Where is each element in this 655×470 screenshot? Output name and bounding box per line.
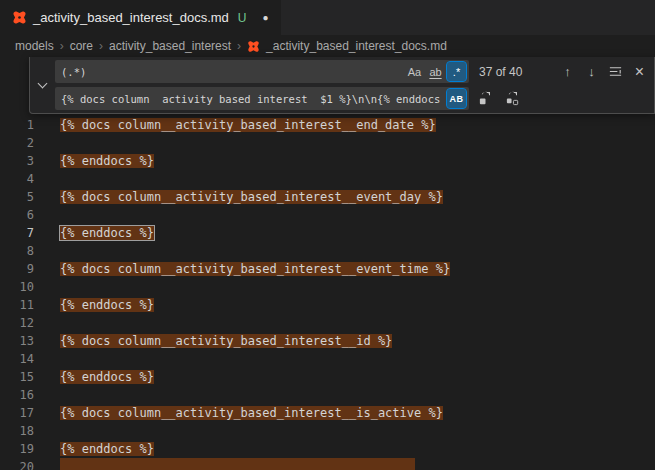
editor-line[interactable]: 9 {% docs column__activity_based_interes…	[0, 260, 655, 278]
breadcrumb-file[interactable]: _activity_based_interest_docs.md	[266, 39, 447, 53]
line-text: {% enddocs %}	[60, 442, 154, 456]
line-number[interactable]: 20	[0, 458, 34, 470]
line-content[interactable]: {% enddocs %}	[60, 368, 154, 386]
partial-match-highlight	[60, 458, 415, 470]
editor-line[interactable]: 12	[0, 314, 655, 332]
vscode-window: _activity_based_interest_docs.md U ● mod…	[0, 0, 655, 470]
editor-line[interactable]: 2	[0, 134, 655, 152]
replace-all-icon	[505, 91, 520, 106]
line-number[interactable]: 19	[0, 440, 34, 458]
line-text: {% docs column__activity_based_interest_…	[60, 190, 443, 204]
line-number[interactable]: 6	[0, 206, 34, 224]
breadcrumb-item-activity-based-interest[interactable]: activity_based_interest	[109, 39, 231, 53]
line-content[interactable]: {% docs column__activity_based_interest_…	[60, 332, 392, 350]
breadcrumb: models › core › activity_based_interest …	[0, 35, 655, 57]
dbt-file-icon	[12, 10, 27, 25]
editor-line[interactable]: 7 {% enddocs %}	[0, 224, 655, 242]
editor-line[interactable]: 19 {% enddocs %}	[0, 440, 655, 458]
preserve-case-button[interactable]: AB	[447, 89, 466, 108]
previous-match-button[interactable]: ↑	[557, 61, 578, 82]
line-number[interactable]: 1	[0, 116, 34, 134]
replace-value: {% docs column__activity_based_interest_…	[61, 93, 447, 105]
find-row: (.*) Aa ab .* 37 of 40 ↑ ↓	[55, 60, 650, 83]
line-number[interactable]: 12	[0, 314, 34, 332]
line-number[interactable]: 9	[0, 260, 34, 278]
find-input[interactable]: (.*) Aa ab .*	[55, 60, 469, 83]
line-content[interactable]: {% docs column__activity_based_interest_…	[60, 188, 443, 206]
line-content[interactable]: {% enddocs %}	[60, 296, 154, 314]
line-number[interactable]: 5	[0, 188, 34, 206]
editor-line[interactable]: 14	[0, 350, 655, 368]
line-content[interactable]: {% enddocs %}	[60, 152, 154, 170]
tab-bar: _activity_based_interest_docs.md U ●	[0, 0, 655, 35]
editor-line[interactable]: 4	[0, 170, 655, 188]
editor-line[interactable]: 10	[0, 278, 655, 296]
close-button[interactable]: ×	[629, 61, 650, 82]
line-number[interactable]: 16	[0, 386, 34, 404]
line-number[interactable]: 15	[0, 368, 34, 386]
match-case-button[interactable]: Aa	[405, 62, 424, 81]
line-number[interactable]: 11	[0, 296, 34, 314]
editor-line[interactable]: 8	[0, 242, 655, 260]
editor-line[interactable]: 20	[0, 458, 655, 470]
chevron-right-icon: ›	[237, 39, 241, 53]
line-number[interactable]: 17	[0, 404, 34, 422]
editor-line[interactable]: 11 {% enddocs %}	[0, 296, 655, 314]
breadcrumb-item-models[interactable]: models	[15, 39, 54, 53]
find-actions: ↑ ↓ ×	[557, 61, 650, 82]
line-number[interactable]: 4	[0, 170, 34, 188]
line-text: {% docs column__activity_based_interest_…	[60, 334, 392, 348]
replace-input[interactable]: {% docs column__activity_based_interest_…	[55, 87, 469, 110]
arrow-down-icon: ↓	[588, 64, 595, 79]
line-number[interactable]: 14	[0, 350, 34, 368]
line-content[interactable]	[60, 458, 415, 470]
close-icon: ×	[635, 63, 644, 81]
line-text: {% docs column__activity_based_interest_…	[60, 262, 450, 276]
find-replace-widget: (.*) Aa ab .* 37 of 40 ↑ ↓	[29, 57, 655, 114]
line-number[interactable]: 13	[0, 332, 34, 350]
find-results-count: 37 of 40	[479, 65, 522, 79]
line-number[interactable]: 7	[0, 224, 34, 242]
line-number[interactable]: 10	[0, 278, 34, 296]
replace-button[interactable]	[475, 88, 496, 109]
editor-line[interactable]: 16	[0, 386, 655, 404]
line-content[interactable]: {% enddocs %}	[60, 440, 154, 458]
line-text: {% enddocs %}	[60, 226, 154, 240]
line-content[interactable]: {% docs column__activity_based_interest_…	[60, 404, 443, 422]
replace-options: AB	[447, 89, 466, 108]
replace-row: {% docs column__activity_based_interest_…	[55, 87, 650, 110]
line-content[interactable]: {% docs column__activity_based_interest_…	[60, 116, 436, 134]
editor-line[interactable]: 17 {% docs column__activity_based_intere…	[0, 404, 655, 422]
line-number[interactable]: 3	[0, 152, 34, 170]
tab-title: _activity_based_interest_docs.md	[33, 10, 229, 25]
line-number[interactable]: 8	[0, 242, 34, 260]
editor-lines[interactable]: 1 {% docs column__activity_based_interes…	[0, 57, 655, 470]
modified-indicator-dot[interactable]: ●	[263, 12, 269, 23]
find-in-selection-button[interactable]	[605, 61, 626, 82]
git-status-badge: U	[238, 11, 247, 25]
line-content[interactable]: {% docs column__activity_based_interest_…	[60, 260, 450, 278]
tab-activity-based-interest-docs[interactable]: _activity_based_interest_docs.md U ●	[0, 0, 282, 35]
replace-all-button[interactable]	[502, 88, 523, 109]
editor-line[interactable]: 5 {% docs column__activity_based_interes…	[0, 188, 655, 206]
editor-line[interactable]: 6	[0, 206, 655, 224]
arrow-up-icon: ↑	[564, 64, 571, 79]
editor-line[interactable]: 13 {% docs column__activity_based_intere…	[0, 332, 655, 350]
line-text: {% docs column__activity_based_interest_…	[60, 406, 443, 420]
editor-line[interactable]: 3 {% enddocs %}	[0, 152, 655, 170]
breadcrumb-item-core[interactable]: core	[70, 39, 93, 53]
line-number[interactable]: 2	[0, 134, 34, 152]
whole-word-button[interactable]: ab	[426, 62, 445, 81]
editor-line[interactable]: 18	[0, 422, 655, 440]
chevron-right-icon: ›	[99, 39, 103, 53]
editor-line[interactable]: 1 {% docs column__activity_based_interes…	[0, 116, 655, 134]
toggle-replace-button[interactable]	[30, 60, 55, 110]
line-content[interactable]: {% enddocs %}	[60, 224, 154, 242]
find-options: Aa ab .*	[405, 62, 466, 81]
regex-button[interactable]: .*	[447, 62, 466, 81]
next-match-button[interactable]: ↓	[581, 61, 602, 82]
editor-line[interactable]: 15 {% enddocs %}	[0, 368, 655, 386]
editor[interactable]: (.*) Aa ab .* 37 of 40 ↑ ↓	[0, 57, 655, 470]
replace-icon	[478, 91, 493, 106]
line-number[interactable]: 18	[0, 422, 34, 440]
